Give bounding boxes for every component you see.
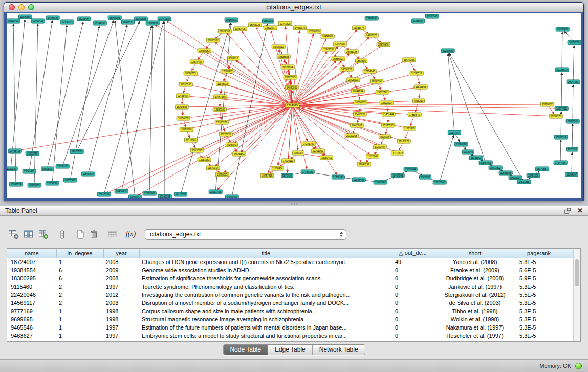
column-header[interactable]: short	[433, 249, 517, 258]
table-cell[interactable]: Estimation of significance thresholds fo…	[139, 274, 393, 282]
table-cell[interactable]: Stergiakouli et al. (2012)	[433, 291, 517, 299]
table-cell[interactable]: 0	[393, 274, 433, 282]
network-canvas[interactable]: 1724095169193511083870218758053126774042…	[7, 13, 581, 198]
column-header[interactable]: name	[7, 249, 56, 258]
graph-node[interactable]: 22596279	[81, 172, 95, 177]
float-panel-icon[interactable]	[564, 208, 571, 214]
graph-node[interactable]: 13967312	[555, 106, 569, 111]
minimize-window-button[interactable]	[18, 4, 25, 10]
table-cell[interactable]: 1997	[103, 282, 139, 291]
graph-node[interactable]: 12128610	[555, 68, 569, 72]
graph-node[interactable]: 16225484	[77, 17, 91, 21]
graph-node[interactable]: 20886901	[332, 57, 345, 61]
graph-node[interactable]: 9160822	[41, 167, 53, 171]
graph-node[interactable]: 17919113	[281, 159, 295, 163]
table-cell[interactable]: Franke et al. (2009)	[433, 266, 517, 274]
function-builder-button[interactable]: f(x)	[124, 228, 138, 241]
graph-node[interactable]: 9725365	[566, 147, 578, 152]
memory-status-indicator[interactable]	[575, 363, 582, 369]
graph-node[interactable]: 12273683	[143, 191, 157, 196]
graph-node[interactable]: 16515630	[97, 192, 111, 197]
graph-node[interactable]: 18354332	[128, 195, 142, 199]
graph-node[interactable]: 16354808	[175, 105, 189, 110]
graph-node[interactable]: 22451206	[527, 173, 540, 178]
table-cell[interactable]: 9463627	[7, 332, 56, 340]
graph-node[interactable]: 13822239	[146, 21, 160, 26]
graph-node[interactable]: 9999762	[292, 151, 304, 156]
table-cell[interactable]: Yano et al. (2008)	[433, 258, 517, 266]
graph-node[interactable]: 17499643	[365, 16, 379, 21]
graph-node[interactable]: 12403007	[350, 123, 364, 128]
table-cell[interactable]: Corpus callosum shape and size in male p…	[139, 307, 393, 315]
graph-node[interactable]: 15096398	[454, 142, 468, 147]
graph-node[interactable]: 10419232	[272, 45, 286, 49]
graph-node[interactable]: 20467431	[31, 19, 45, 24]
graph-node[interactable]: 21870914	[206, 166, 220, 170]
graph-node[interactable]: 12257934	[281, 65, 295, 70]
table-cell[interactable]: 5.3E-5	[517, 258, 561, 266]
table-cell[interactable]: 1	[56, 323, 103, 332]
graph-node[interactable]: 14096636	[285, 85, 299, 90]
graph-node[interactable]: 15806014	[554, 135, 568, 140]
graph-node[interactable]: 21451444	[382, 112, 396, 117]
graph-node[interactable]: 18758053	[198, 49, 211, 53]
graph-node[interactable]: 1724095	[285, 103, 299, 108]
table-row[interactable]: 911546021997Tourette syndrome. Phenomeno…	[7, 282, 573, 291]
table-row[interactable]: 1830029562008Estimation of significance …	[7, 274, 573, 282]
close-window-button[interactable]	[9, 4, 15, 10]
graph-node[interactable]: 13532093	[380, 101, 394, 105]
table-cell[interactable]: 1	[56, 307, 103, 315]
graph-node[interactable]: 11548318	[216, 82, 229, 86]
graph-node[interactable]: 15951087	[225, 195, 239, 199]
graph-node[interactable]: 16935100	[469, 156, 483, 160]
graph-node[interactable]: 19338345	[425, 14, 439, 19]
graph-node[interactable]: 16080411	[320, 156, 333, 160]
graph-node[interactable]: 10144835	[93, 21, 107, 26]
table-row[interactable]: 1456911722003Disruption of a novel membe…	[7, 299, 573, 307]
panel-resize-handle[interactable]	[291, 203, 298, 205]
table-row[interactable]: 946554611997Estimation of the future num…	[7, 323, 573, 332]
graph-node[interactable]: 15935338	[345, 50, 359, 54]
table-cell[interactable]: 0	[393, 323, 433, 332]
table-cell[interactable]: 2008	[103, 258, 139, 266]
table-cell[interactable]: Tibbo et al. (1998)	[433, 307, 517, 315]
graph-node[interactable]: 20032212	[190, 148, 204, 153]
table-cell[interactable]: 18724007	[7, 258, 56, 266]
graph-node[interactable]: 15515868	[414, 85, 428, 90]
table-cell[interactable]: 1997	[103, 332, 139, 340]
table-cell[interactable]: 2012	[103, 291, 139, 299]
graph-node[interactable]: 20193034	[158, 194, 172, 199]
graph-node[interactable]: 14241709	[302, 142, 316, 146]
table-cell[interactable]: 6	[56, 266, 103, 274]
graph-node[interactable]: 18483656	[353, 112, 367, 117]
table-cell[interactable]: 22420046	[7, 291, 56, 299]
table-row[interactable]: 969969511998Structural magnetic resonanc…	[7, 315, 573, 323]
table-cell[interactable]: 9699695	[7, 315, 56, 323]
graph-node[interactable]: 13951563	[198, 158, 211, 162]
column-header[interactable]: year	[103, 249, 139, 258]
graph-node[interactable]: 10999524	[9, 182, 23, 187]
table-cell[interactable]: 0	[393, 291, 433, 299]
graph-node[interactable]: 19612742	[376, 90, 389, 95]
graph-node[interactable]: 12838226	[46, 181, 59, 186]
delete-table-button[interactable]	[87, 228, 101, 241]
graph-node[interactable]: 10289908	[556, 27, 570, 32]
graph-node[interactable]: 15790265	[215, 172, 229, 177]
table-cell[interactable]: Investigating the contribution of common…	[139, 291, 393, 299]
table-row[interactable]: 946362711997Embryonic stem cells: a mode…	[7, 332, 573, 340]
graph-node[interactable]: 17209497	[373, 145, 387, 149]
graph-node[interactable]: 9290146	[379, 135, 391, 139]
window-titlebar[interactable]: citations_edges.txt	[4, 3, 583, 12]
graph-node[interactable]: 19628491	[352, 178, 366, 182]
graph-node[interactable]: 17644716	[554, 161, 568, 165]
graph-node[interactable]: 12822477	[264, 26, 277, 30]
table-cell[interactable]: 19384554	[7, 266, 56, 274]
graph-node[interactable]: 11709140	[332, 175, 345, 180]
graph-node[interactable]: 20322358	[345, 134, 359, 138]
tab-node-table[interactable]: Node Table	[223, 345, 268, 355]
table-cell[interactable]: 1998	[103, 307, 139, 315]
table-cell[interactable]: 2008	[103, 274, 139, 282]
graph-node[interactable]: 15225722	[219, 132, 233, 137]
table-row[interactable]: 2242004622012Investigating the contribut…	[7, 291, 573, 299]
table-cell[interactable]: 1997	[103, 323, 139, 332]
